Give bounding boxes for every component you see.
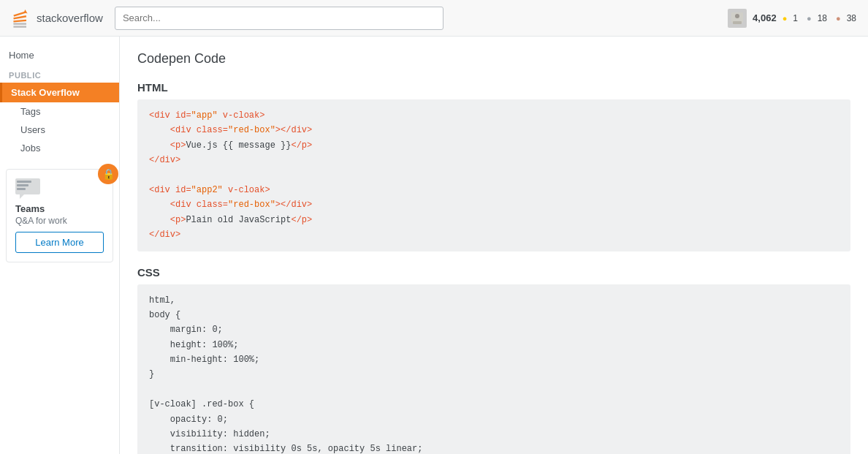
silver-badge-dot: ●	[807, 14, 812, 23]
main-content: Codepen Code HTML <div id="app" v-cloak>…	[120, 37, 868, 454]
gold-badge-dot: ●	[783, 14, 788, 23]
teams-lock-icon: 🔒	[98, 164, 118, 184]
svg-rect-9	[17, 181, 31, 183]
teams-subtitle: Q&A for work	[15, 216, 104, 226]
header-right: 4,062 ● 1 ● 18 ● 38	[728, 9, 859, 28]
bronze-badge-count: 38	[847, 13, 856, 23]
bronze-badge-dot: ●	[836, 14, 841, 23]
svg-rect-2	[13, 19, 26, 22]
header: stackoverflow 4,062 ● 1 ● 18 ● 38	[0, 0, 868, 37]
html-code-block: <div id="app" v-cloak> <div class="red-b…	[137, 99, 850, 251]
svg-rect-0	[13, 23, 26, 24]
page-title: Codepen Code	[137, 51, 850, 67]
logo-text: stackoverflow	[37, 12, 103, 24]
logo-area[interactable]: stackoverflow	[9, 7, 103, 30]
svg-rect-10	[17, 184, 28, 186]
learn-more-button[interactable]: Learn More	[15, 232, 104, 253]
reputation-count: 4,062	[753, 12, 777, 23]
section-title-html: HTML	[137, 81, 850, 94]
gold-badge-count: 1	[793, 13, 798, 23]
sidebar-item-stack-overflow[interactable]: Stack Overflow	[0, 83, 119, 102]
svg-rect-11	[17, 188, 26, 190]
teams-title: Teams	[15, 203, 104, 214]
sidebar-item-tags[interactable]: Tags	[0, 102, 119, 121]
sidebar: Home PUBLIC Stack Overflow Tags Users Jo…	[0, 37, 120, 454]
silver-badge-count: 18	[818, 13, 827, 23]
sidebar-item-jobs[interactable]: Jobs	[0, 139, 119, 157]
sidebar-item-users[interactable]: Users	[0, 121, 119, 139]
teams-chat-icon	[15, 178, 42, 199]
sidebar-section-public: PUBLIC	[0, 65, 119, 83]
css-code-block: html, body { margin: 0; height: 100%; mi…	[137, 284, 850, 454]
svg-rect-1	[13, 26, 26, 27]
search-input[interactable]	[115, 7, 443, 30]
sidebar-item-home[interactable]: Home	[0, 45, 119, 65]
svg-marker-12	[20, 194, 24, 199]
svg-point-7	[735, 14, 739, 18]
svg-rect-6	[733, 21, 742, 24]
section-title-css: CSS	[137, 266, 850, 279]
teams-widget: 🔒 Teams Q&A for work Learn More	[6, 169, 113, 262]
user-icon	[730, 11, 745, 26]
layout: Home PUBLIC Stack Overflow Tags Users Jo…	[0, 37, 868, 454]
logo-icon	[9, 7, 32, 30]
user-avatar[interactable]	[728, 9, 747, 28]
